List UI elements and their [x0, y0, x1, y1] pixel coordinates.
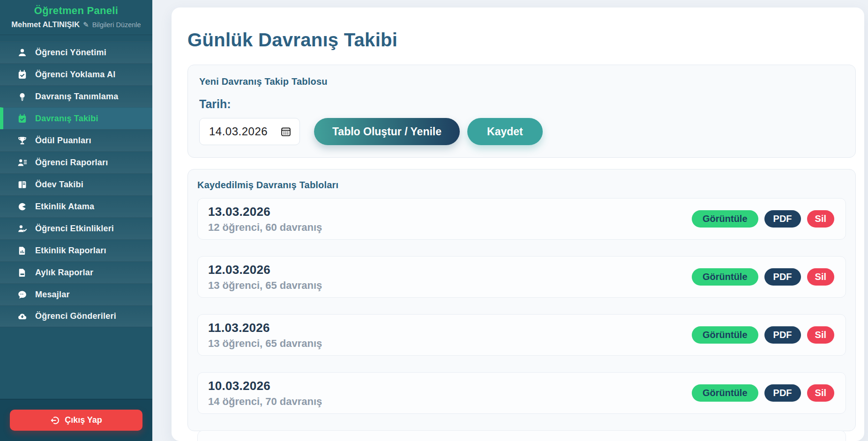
calendar-check-icon: [17, 70, 27, 80]
row-summary: 14 öğrenci, 70 davranış: [208, 396, 322, 408]
sidebar-item-label: Ödül Puanları: [35, 136, 91, 146]
sidebar: Öğretmen Paneli Mehmet ALTINIŞIK ✎ Bilgi…: [0, 0, 152, 441]
lightbulb-icon: [17, 92, 27, 102]
edit-pencil-icon[interactable]: ✎: [83, 21, 89, 29]
sidebar-item-odev-takibi[interactable]: Ödev Takibi: [0, 173, 152, 195]
delete-button[interactable]: Sil: [807, 268, 834, 286]
pdf-button[interactable]: PDF: [764, 268, 801, 286]
date-label: Tarih:: [199, 97, 844, 111]
sidebar-item-label: Aylık Raporlar: [35, 268, 93, 278]
user-check-icon: [17, 224, 27, 234]
sidebar-item-mesajlar[interactable]: Mesajlar: [0, 283, 152, 305]
table-row: 13.03.2026 12 öğrenci, 60 davranış Görün…: [197, 198, 846, 240]
trophy-icon: [17, 136, 27, 146]
sidebar-item-label: Etkinlik Raporları: [35, 246, 106, 256]
sidebar-header: Öğretmen Paneli Mehmet ALTINIŞIK ✎ Bilgi…: [0, 0, 152, 35]
saved-tables-section: Kaydedilmiş Davranış Tabloları 13.03.202…: [187, 169, 856, 431]
sidebar-item-odul-puanlari[interactable]: Ödül Puanları: [0, 129, 152, 151]
save-button[interactable]: Kaydet: [467, 118, 543, 145]
sidebar-nav: Öğrenci Yönetimi Öğrenci Yoklama Al Davr…: [0, 35, 152, 327]
sidebar-item-etkinlik-atama[interactable]: Etkinlik Atama: [0, 195, 152, 217]
delete-button[interactable]: Sil: [807, 384, 834, 402]
sidebar-item-ogrenci-yonetimi[interactable]: Öğrenci Yönetimi: [0, 41, 152, 63]
sidebar-item-label: Öğrenci Raporları: [35, 158, 108, 168]
delete-button[interactable]: Sil: [807, 326, 834, 344]
date-value: 14.03.2026: [209, 125, 268, 138]
view-button[interactable]: Görüntüle: [692, 210, 758, 228]
row-date: 13.03.2026: [208, 205, 322, 219]
cloud-download-icon: [17, 311, 27, 321]
sidebar-item-label: Öğrenci Etkinlikleri: [35, 224, 114, 234]
pie-chart-icon: [17, 202, 27, 212]
pdf-button[interactable]: PDF: [764, 210, 801, 228]
delete-button[interactable]: Sil: [807, 210, 834, 228]
book-icon: [17, 180, 27, 190]
sidebar-item-label: Davranış Takibi: [35, 114, 98, 124]
sidebar-item-etkinlik-raporlari[interactable]: Etkinlik Raporları: [0, 239, 152, 261]
panel-title: Öğretmen Paneli: [6, 5, 147, 17]
calendar-icon[interactable]: [280, 125, 292, 138]
user-icon: [17, 48, 27, 58]
user-list-icon: [17, 158, 27, 168]
sidebar-item-label: Davranış Tanımlama: [35, 92, 118, 102]
row-summary: 13 öğrenci, 65 davranış: [208, 279, 322, 292]
sidebar-item-label: Öğrenci Yoklama Al: [35, 70, 115, 80]
sidebar-item-label: Öğrenci Gönderileri: [35, 311, 116, 321]
sidebar-item-ogrenci-etkinlikleri[interactable]: Öğrenci Etkinlikleri: [0, 217, 152, 239]
sidebar-item-ogrenci-raporlari[interactable]: Öğrenci Raporları: [0, 151, 152, 173]
content-card: Günlük Davranış Takibi Yeni Davranış Tak…: [172, 7, 864, 441]
sidebar-item-ogrenci-yoklama-al[interactable]: Öğrenci Yoklama Al: [0, 63, 152, 85]
sidebar-item-label: Etkinlik Atama: [35, 202, 94, 212]
row-summary: 12 öğrenci, 60 davranış: [208, 221, 322, 234]
sidebar-item-davranis-tanimlama[interactable]: Davranış Tanımlama: [0, 85, 152, 107]
date-input[interactable]: 14.03.2026: [199, 118, 300, 145]
pdf-button[interactable]: PDF: [764, 326, 801, 344]
logout-label: Çıkış Yap: [65, 415, 102, 425]
table-row: 11.03.2026 13 öğrenci, 65 davranış Görün…: [197, 314, 846, 356]
table-row: 10.03.2026 14 öğrenci, 70 davranış Görün…: [197, 372, 846, 414]
table-row: 12.03.2026 13 öğrenci, 65 davranış Görün…: [197, 256, 846, 298]
row-summary: 13 öğrenci, 65 davranış: [208, 338, 322, 350]
sidebar-item-label: Mesajlar: [35, 290, 70, 300]
sidebar-item-label: Öğrenci Yönetimi: [35, 48, 106, 58]
sidebar-item-aylik-raporlar[interactable]: Aylık Raporlar: [0, 261, 152, 283]
user-name: Mehmet ALTINIŞIK: [11, 20, 80, 29]
sidebar-item-ogrenci-gonderileri[interactable]: Öğrenci Gönderileri: [0, 305, 152, 327]
row-date: 12.03.2026: [208, 263, 322, 277]
sidebar-item-davranis-takibi[interactable]: Davranış Takibi: [0, 107, 152, 129]
page-title: Günlük Davranış Takibi: [187, 29, 856, 51]
table-row-partial: [197, 430, 846, 441]
row-date: 11.03.2026: [208, 321, 322, 335]
calendar-check-icon: [17, 114, 27, 124]
new-table-section: Yeni Davranış Takip Tablosu Tarih: 14.03…: [187, 65, 856, 158]
view-button[interactable]: Görüntüle: [692, 268, 758, 286]
logout-button[interactable]: Çıkış Yap: [10, 410, 142, 431]
sidebar-item-label: Ödev Takibi: [35, 180, 83, 190]
saved-tables-section-title: Kaydedilmiş Davranış Tabloları: [197, 180, 846, 191]
new-table-section-title: Yeni Davranış Takip Tablosu: [199, 76, 844, 87]
comment-icon: [17, 290, 27, 300]
view-button[interactable]: Görüntüle: [692, 384, 758, 402]
create-table-button[interactable]: Tablo Oluştur / Yenile: [314, 118, 460, 145]
edit-info-link[interactable]: Bilgileri Düzenle: [92, 21, 141, 29]
file-pdf-icon: [17, 268, 27, 278]
pdf-button[interactable]: PDF: [764, 384, 801, 402]
file-chart-icon: [17, 246, 27, 256]
row-date: 10.03.2026: [208, 379, 322, 393]
sidebar-footer: Çıkış Yap: [0, 399, 152, 441]
logout-icon: [50, 416, 60, 425]
main-area: Günlük Davranış Takibi Yeni Davranış Tak…: [152, 0, 868, 441]
view-button[interactable]: Görüntüle: [692, 326, 758, 344]
